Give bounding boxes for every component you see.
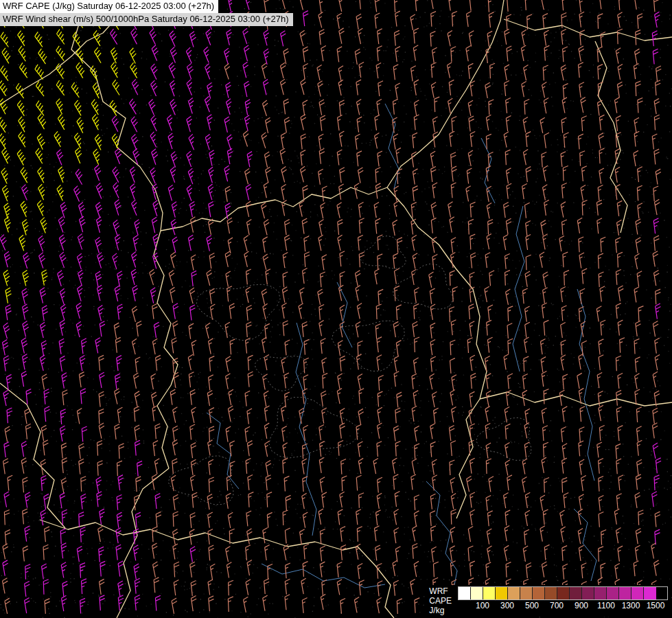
legend-tick-label: 100 [470,601,495,610]
legend-swatch [471,587,483,599]
legend-scale: 100300500700900110013001500 [458,586,668,610]
legend-swatch [570,587,582,599]
map-canvas [0,0,672,618]
legend-swatch [632,587,644,599]
legend-tick-label: 300 [495,601,520,610]
legend-swatch [619,587,632,599]
legend-tick-label: 900 [569,601,594,610]
weather-map: WRF CAPE (J/kg) Saturday 06-12-2025 03:0… [0,0,672,618]
legend-swatch [557,587,570,599]
legend-swatch [533,587,545,599]
cape-legend: WRF CAPE J/kg 10030050070090011001300150… [426,585,670,617]
legend-swatch [508,587,520,599]
legend-swatch [459,587,471,599]
legend-tick-row: 100300500700900110013001500 [470,601,668,610]
legend-param-label: CAPE [429,596,452,606]
legend-tick-label: 700 [544,601,569,610]
legend-swatch [582,587,594,599]
legend-swatch [483,587,496,599]
legend-swatch [545,587,557,599]
title-cape: WRF CAPE (J/kg) Saturday 06-12-2025 03:0… [0,0,218,13]
legend-model-label: WRF [429,586,452,596]
legend-unit-label: J/kg [429,606,452,615]
title-block: WRF CAPE (J/kg) Saturday 06-12-2025 03:0… [0,0,293,26]
legend-tick-label: 1300 [618,601,643,610]
legend-swatch [644,587,656,599]
legend-swatch [607,587,619,599]
legend-labels: WRF CAPE J/kg [429,586,452,615]
legend-color-strip [458,586,668,600]
title-wind-shear: WRF Wind shear (m/s) 500/1000hPa Saturda… [0,13,293,26]
legend-swatch [520,587,533,599]
legend-swatch [594,587,607,599]
legend-tick-label: 500 [520,601,544,610]
legend-tick-label: 1100 [594,601,618,610]
legend-swatch [496,587,508,599]
legend-tick-label: 1500 [643,601,668,610]
